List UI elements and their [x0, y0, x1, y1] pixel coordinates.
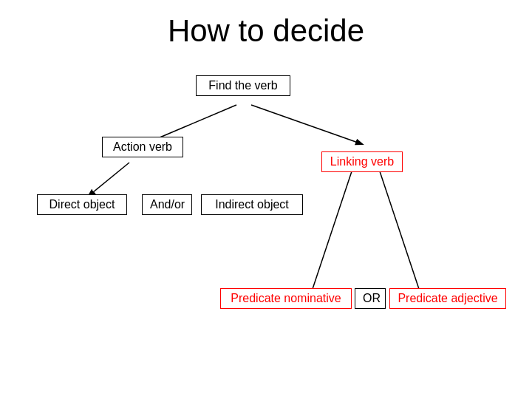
svg-line-4: [377, 163, 421, 296]
direct-object-box: Direct object: [37, 194, 127, 215]
svg-line-1: [251, 105, 362, 144]
predicate-nominative-box: Predicate nominative: [220, 288, 352, 309]
or-box: OR: [355, 288, 386, 309]
svg-line-3: [310, 163, 355, 296]
page-title: How to decide: [0, 0, 532, 49]
indirect-object-box: Indirect object: [201, 194, 303, 215]
and-or-box: And/or: [142, 194, 192, 215]
action-verb-box: Action verb: [102, 137, 183, 157]
svg-line-2: [89, 163, 129, 196]
connector-lines: [0, 59, 532, 399]
predicate-adjective-box: Predicate adjective: [389, 288, 506, 309]
diagram: Find the verb Action verb Linking verb D…: [0, 59, 532, 399]
linking-verb-box: Linking verb: [321, 151, 403, 172]
find-verb-box: Find the verb: [196, 75, 290, 96]
